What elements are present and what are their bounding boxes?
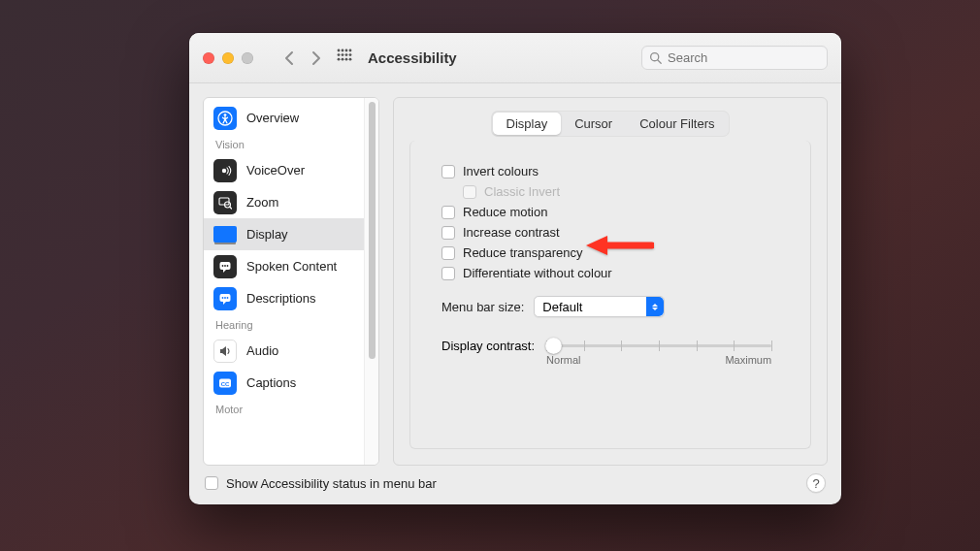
svg-point-15 — [224, 113, 227, 116]
label-reduce-motion: Reduce motion — [463, 205, 547, 219]
svg-point-27 — [227, 297, 229, 299]
tab-bar: Display Cursor Colour Filters — [492, 112, 730, 136]
sidebar-item-label: Overview — [246, 111, 299, 125]
svg-point-3 — [349, 49, 352, 52]
sidebar-item-overview[interactable]: Overview — [204, 102, 364, 134]
sidebar-group-hearing: Hearing — [204, 314, 364, 335]
sidebar-item-label: Display — [246, 227, 288, 242]
svg-point-7 — [349, 53, 352, 56]
checkbox-show-status-menu-bar[interactable] — [205, 476, 218, 490]
checkbox-reduce-transparency[interactable] — [441, 246, 455, 260]
chevron-updown-icon — [646, 297, 664, 316]
label-invert-colours: Invert colours — [463, 164, 539, 178]
checkbox-classic-invert — [463, 185, 476, 199]
svg-line-19 — [230, 207, 232, 209]
sidebar-scrollbar[interactable] — [364, 98, 378, 465]
svg-point-26 — [224, 297, 226, 299]
sidebar-item-label: Captions — [246, 375, 296, 390]
display-options-box: Invert colours Classic Invert Reduce mot… — [409, 141, 811, 449]
row-reduce-transparency: Reduce transparency — [441, 245, 791, 260]
svg-line-13 — [658, 60, 661, 63]
svg-point-2 — [345, 49, 348, 52]
row-differentiate-without-colour: Differentiate without colour — [441, 266, 791, 280]
svg-text:CC: CC — [221, 380, 230, 386]
captions-icon: CC — [213, 372, 237, 395]
search-field[interactable] — [641, 46, 828, 70]
sidebar-item-zoom[interactable]: Zoom — [204, 186, 364, 218]
display-icon — [213, 223, 237, 246]
sidebar-item-label: VoiceOver — [246, 163, 305, 178]
row-increase-contrast: Increase contrast — [441, 225, 791, 240]
minimize-window-button[interactable] — [222, 52, 234, 64]
svg-point-21 — [222, 265, 224, 267]
sidebar-item-descriptions[interactable]: Descriptions — [204, 282, 364, 314]
slider-max-label: Maximum — [725, 354, 771, 366]
row-reduce-motion: Reduce motion — [441, 205, 791, 219]
row-classic-invert: Classic Invert — [463, 184, 791, 199]
svg-point-11 — [349, 58, 352, 61]
tab-colour-filters[interactable]: Colour Filters — [626, 113, 728, 135]
search-icon — [649, 51, 662, 64]
svg-point-8 — [338, 58, 341, 61]
slider-thumb[interactable] — [545, 338, 562, 354]
toolbar: Accessibility — [189, 33, 841, 83]
svg-point-6 — [345, 53, 348, 56]
row-display-contrast: Display contrast: Nor — [441, 337, 791, 364]
sidebar-group-vision: Vision — [204, 134, 364, 154]
svg-point-22 — [224, 265, 226, 267]
label-reduce-transparency: Reduce transparency — [463, 245, 583, 260]
sidebar-item-label: Spoken Content — [246, 259, 337, 274]
show-all-icon[interactable] — [337, 49, 352, 67]
traffic-lights — [203, 52, 253, 64]
content-pane: Display Cursor Colour Filters Invert col… — [393, 97, 828, 466]
sidebar-item-label: Zoom — [246, 195, 278, 210]
overview-icon — [213, 107, 237, 130]
checkbox-invert-colours[interactable] — [441, 165, 455, 178]
label-differentiate-without-colour: Differentiate without colour — [463, 266, 612, 280]
svg-point-9 — [342, 58, 344, 61]
checkbox-increase-contrast[interactable] — [441, 226, 455, 240]
descriptions-icon — [213, 287, 237, 310]
sidebar-item-voiceover[interactable]: VoiceOver — [204, 154, 364, 186]
forward-button[interactable] — [310, 50, 321, 66]
footer: Show Accessibility status in menu bar ? — [203, 466, 828, 495]
sidebar-item-spoken-content[interactable]: Spoken Content — [204, 250, 364, 282]
search-input[interactable] — [668, 50, 820, 65]
slider-min-label: Normal — [546, 354, 580, 366]
svg-point-4 — [338, 53, 341, 56]
tab-cursor[interactable]: Cursor — [561, 113, 626, 135]
window-title: Accessibility — [368, 49, 457, 66]
svg-point-10 — [345, 58, 348, 61]
svg-point-23 — [227, 265, 229, 267]
select-value: Default — [542, 300, 582, 314]
close-window-button[interactable] — [203, 52, 214, 64]
select-menu-bar-size[interactable]: Default — [534, 296, 665, 317]
sidebar-item-label: Audio — [246, 343, 278, 358]
label-menu-bar-size: Menu bar size: — [441, 300, 524, 314]
help-button[interactable]: ? — [806, 473, 826, 493]
sidebar-group-motor: Motor — [204, 399, 364, 419]
sidebar-item-captions[interactable]: CC Captions — [204, 367, 364, 399]
sidebar-item-display[interactable]: Display — [204, 218, 364, 250]
zoom-icon — [213, 191, 237, 214]
row-invert-colours: Invert colours — [441, 164, 791, 178]
checkbox-reduce-motion[interactable] — [441, 206, 455, 219]
zoom-window-button[interactable] — [242, 52, 253, 64]
sidebar-item-audio[interactable]: Audio — [204, 335, 364, 367]
svg-point-25 — [222, 297, 224, 299]
sidebar-item-label: Descriptions — [246, 291, 316, 306]
preferences-window: Accessibility Overview Vision — [189, 33, 841, 504]
svg-point-0 — [338, 49, 341, 52]
svg-point-5 — [342, 53, 344, 56]
sidebar: Overview Vision VoiceOver Zoom — [203, 97, 379, 466]
label-classic-invert: Classic Invert — [484, 184, 560, 199]
tab-display[interactable]: Display — [493, 113, 562, 135]
slider-display-contrast[interactable]: Normal Maximum — [546, 337, 771, 364]
label-display-contrast: Display contrast: — [441, 337, 535, 353]
voiceover-icon — [213, 159, 237, 182]
back-button[interactable] — [284, 50, 296, 66]
label-show-status-menu-bar: Show Accessibility status in menu bar — [226, 476, 437, 491]
checkbox-differentiate-without-colour[interactable] — [441, 267, 455, 280]
svg-point-16 — [222, 168, 226, 172]
svg-point-1 — [342, 49, 344, 52]
